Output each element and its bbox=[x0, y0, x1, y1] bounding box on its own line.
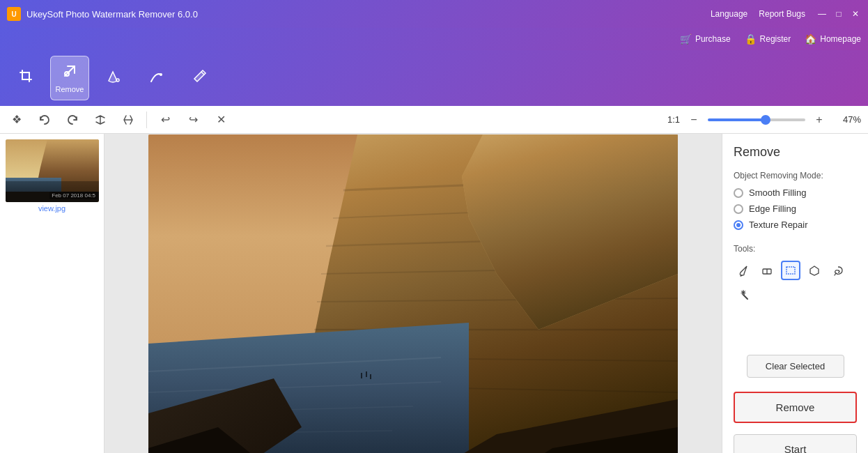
svg-rect-28 bbox=[370, 374, 371, 379]
texture-radio[interactable] bbox=[734, 220, 743, 230]
svg-rect-26 bbox=[361, 373, 362, 378]
canvas-area[interactable] bbox=[104, 134, 722, 453]
remove-button[interactable]: Remove bbox=[734, 392, 857, 423]
svg-rect-6 bbox=[6, 192, 99, 202]
fill-icon bbox=[105, 69, 121, 88]
flip-v-icon[interactable] bbox=[118, 110, 138, 130]
purchase-link[interactable]: 🛒 Purchase bbox=[680, 33, 731, 45]
fix-icon bbox=[192, 69, 207, 88]
svg-line-36 bbox=[743, 295, 747, 299]
toolbar: Remove bbox=[0, 50, 868, 106]
file-thumbnail: Feb 07 2018 04:5 bbox=[6, 139, 99, 202]
flip-h-icon[interactable] bbox=[91, 110, 110, 130]
minimize-button[interactable]: — bbox=[816, 8, 828, 20]
polygon-tool-btn[interactable] bbox=[805, 261, 824, 280]
smooth-radio[interactable] bbox=[734, 188, 743, 198]
rotate-cw-icon[interactable] bbox=[63, 110, 82, 130]
right-panel: Remove Object Removing Mode: Smooth Fill… bbox=[722, 134, 868, 453]
cart-icon: 🛒 bbox=[680, 33, 692, 45]
remove-tool-btn[interactable]: Remove bbox=[50, 56, 89, 100]
crop-icon bbox=[19, 69, 34, 88]
mode-label: Object Removing Mode: bbox=[734, 171, 857, 181]
tools-row bbox=[734, 261, 857, 304]
app-title: UkeySoft Photo Watermark Remover 6.0.0 bbox=[26, 9, 711, 20]
remove-tool-label: Remove bbox=[56, 85, 84, 93]
zoom-ratio-label: 1:1 bbox=[667, 114, 680, 125]
svg-line-35 bbox=[835, 273, 836, 275]
clear-selected-button[interactable]: Clear Selected bbox=[747, 355, 844, 378]
maximize-button[interactable]: □ bbox=[833, 8, 844, 20]
zoom-area: 1:1 − + 47% bbox=[667, 110, 861, 130]
svg-point-1 bbox=[116, 79, 119, 82]
zoom-slider[interactable] bbox=[708, 118, 805, 121]
brush-tool-btn[interactable] bbox=[734, 261, 753, 280]
file-date: Feb 07 2018 04:5 bbox=[49, 192, 98, 199]
clone-icon bbox=[148, 69, 164, 88]
undo-icon[interactable]: ↩ bbox=[155, 110, 175, 130]
register-link[interactable]: 🔒 Register bbox=[745, 33, 791, 45]
magic-wand-tool-btn[interactable] bbox=[734, 284, 753, 304]
smooth-filling-option[interactable]: Smooth Filling bbox=[734, 187, 857, 198]
zoom-in-icon[interactable]: + bbox=[809, 110, 829, 130]
clone-tool-btn[interactable] bbox=[137, 56, 176, 100]
zoom-percent: 47% bbox=[833, 114, 861, 125]
spacer bbox=[734, 318, 857, 355]
file-list-sidebar: Feb 07 2018 04:5 view.jpg bbox=[0, 134, 104, 453]
svg-rect-5 bbox=[6, 178, 61, 202]
remove-icon bbox=[62, 63, 77, 82]
report-bugs-link[interactable]: Report Bugs bbox=[759, 9, 805, 19]
header-nav: 🛒 Purchase 🔒 Register 🏠 Homepage bbox=[0, 28, 868, 50]
main-area: Feb 07 2018 04:5 view.jpg bbox=[0, 134, 868, 453]
file-item[interactable]: Feb 07 2018 04:5 view.jpg bbox=[6, 139, 98, 213]
svg-rect-27 bbox=[366, 371, 367, 377]
tools-label: Tools: bbox=[734, 244, 857, 254]
home-icon: 🏠 bbox=[805, 33, 816, 45]
rotate-ccw-icon[interactable] bbox=[35, 110, 54, 130]
fix-tool-btn[interactable] bbox=[180, 56, 219, 100]
close-image-icon[interactable]: ✕ bbox=[211, 110, 231, 130]
start-button[interactable]: Start bbox=[734, 434, 857, 453]
main-image bbox=[148, 135, 678, 453]
svg-point-2 bbox=[160, 73, 162, 76]
lasso-tool-btn[interactable] bbox=[828, 261, 848, 280]
file-name: view.jpg bbox=[6, 204, 98, 213]
close-button[interactable]: ✕ bbox=[850, 8, 861, 20]
app-icon: U bbox=[7, 7, 21, 21]
homepage-link[interactable]: 🏠 Homepage bbox=[805, 33, 861, 45]
title-bar: U UkeySoft Photo Watermark Remover 6.0.0… bbox=[0, 0, 868, 28]
zoom-out-icon[interactable]: − bbox=[684, 110, 704, 130]
crop-tool-btn[interactable] bbox=[7, 56, 46, 100]
edge-filling-option[interactable]: Edge Filling bbox=[734, 204, 857, 214]
lock-icon: 🔒 bbox=[745, 33, 757, 45]
action-bar: ❖ ↩ ↪ ✕ 1:1 − + 47% bbox=[0, 106, 868, 134]
rect-tool-btn[interactable] bbox=[781, 261, 800, 280]
grid-icon[interactable]: ❖ bbox=[7, 110, 26, 130]
removing-mode-group: Smooth Filling Edge Filling Texture Repa… bbox=[734, 187, 857, 230]
texture-repair-option[interactable]: Texture Repair bbox=[734, 220, 857, 230]
svg-marker-34 bbox=[810, 266, 819, 275]
fill-tool-btn[interactable] bbox=[93, 56, 132, 100]
svg-rect-33 bbox=[786, 267, 795, 274]
panel-title: Remove bbox=[734, 145, 857, 160]
edge-radio[interactable] bbox=[734, 204, 743, 214]
redo-icon[interactable]: ↪ bbox=[183, 110, 203, 130]
language-link[interactable]: Language bbox=[711, 9, 747, 19]
divider-1 bbox=[146, 112, 147, 128]
eraser-tool-btn[interactable] bbox=[757, 261, 777, 280]
